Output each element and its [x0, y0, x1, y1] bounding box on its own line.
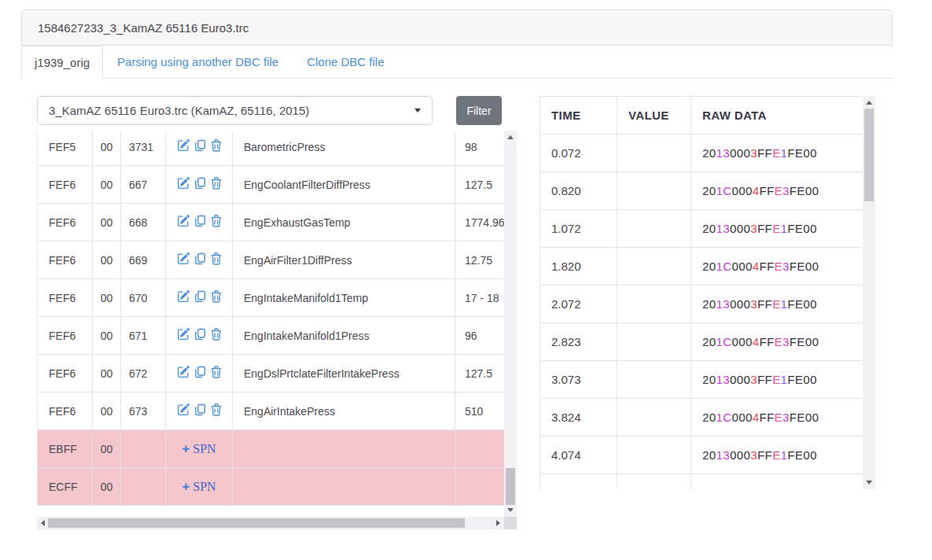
cell-pgn: FEF6	[38, 166, 93, 204]
table-row[interactable]: EBFF00+SPN	[38, 430, 505, 468]
add-spn-link[interactable]: +SPN	[182, 443, 216, 455]
filter-button[interactable]: Filter	[456, 96, 502, 125]
delete-button[interactable]	[211, 252, 222, 265]
copy-icon	[194, 215, 206, 227]
cell-source-address: 00	[93, 131, 121, 166]
hex-segment: 000	[731, 260, 752, 273]
cell-signal-name: EngAirIntakePress	[233, 392, 455, 430]
row-action-icons	[177, 290, 222, 303]
cell-signal-name: EngCoolantFilterDiffPress	[233, 166, 455, 204]
cell-value	[617, 210, 691, 248]
table-row[interactable]: FEF600673EngAirIntakePress510	[38, 392, 505, 430]
delete-button[interactable]	[211, 215, 222, 227]
cell-source-address: 00	[93, 430, 121, 468]
delete-icon	[211, 252, 222, 265]
signals-vscroll-thumb[interactable]	[506, 468, 515, 505]
signals-hscroll-thumb[interactable]	[48, 518, 465, 528]
scroll-left-icon[interactable]	[41, 520, 45, 526]
scroll-down-icon[interactable]	[507, 508, 514, 512]
delete-icon	[211, 177, 222, 190]
data-panel: TIME VALUE RAW DATA 0.07220130003FFE1FE0…	[540, 96, 876, 489]
scroll-down-icon[interactable]	[866, 481, 872, 484]
cell-signal-name: EngAirFilter1DiffPress	[233, 241, 455, 279]
edit-icon	[177, 139, 190, 152]
cell-spn: 670	[121, 279, 166, 317]
hex-segment: 000	[730, 448, 750, 462]
edit-button[interactable]	[177, 252, 190, 265]
add-spn-link[interactable]: +SPN	[182, 481, 216, 493]
table-row[interactable]: FEF600670EngIntakeManifold1Temp17 - 18	[38, 279, 505, 317]
copy-button[interactable]	[194, 403, 206, 416]
table-row	[540, 474, 864, 490]
hex-segment: 1C	[716, 335, 732, 348]
tab-j1939-orig[interactable]: j1939_orig	[21, 46, 103, 79]
copy-button[interactable]	[194, 252, 206, 265]
copy-button[interactable]	[194, 290, 206, 303]
signals-table: FEF5003731BarometricPress98FEF600667EngC…	[37, 131, 504, 506]
copy-icon	[194, 139, 206, 152]
cell-time: 0.820	[540, 172, 617, 210]
edit-button[interactable]	[177, 139, 190, 152]
hex-segment: 13	[716, 448, 731, 462]
delete-button[interactable]	[211, 139, 222, 152]
cell-pgn: EBFF	[38, 430, 93, 468]
table-row: 3.07320130003FFE1FE00	[540, 361, 864, 399]
hex-segment: 20	[702, 184, 716, 197]
table-row[interactable]: FEF600667EngCoolantFilterDiffPress127.5	[38, 166, 505, 204]
signals-vertical-scrollbar[interactable]	[504, 131, 517, 517]
cell-value	[617, 134, 691, 172]
cell-value: 17 - 18	[455, 279, 505, 317]
hex-segment: E	[775, 260, 783, 273]
delete-button[interactable]	[211, 366, 222, 378]
hex-segment: 000	[730, 373, 750, 386]
delete-button[interactable]	[211, 403, 222, 416]
hex-segment: FF	[757, 373, 772, 386]
edit-button[interactable]	[177, 177, 190, 190]
cell-raw-data: 201C0004FFE3FE00	[691, 172, 864, 210]
tab-clone-dbc[interactable]: Clone DBC file	[293, 46, 398, 78]
tab-parsing-another-dbc[interactable]: Parsing using another DBC file	[103, 46, 293, 78]
delete-button[interactable]	[211, 290, 222, 303]
edit-button[interactable]	[177, 328, 190, 341]
table-row[interactable]: FEF600669EngAirFilter1DiffPress12.75	[38, 241, 505, 279]
data-vscroll-thumb[interactable]	[864, 109, 874, 201]
data-table-viewport: TIME VALUE RAW DATA 0.07220130003FFE1FE0…	[540, 96, 863, 489]
copy-button[interactable]	[194, 177, 206, 190]
scroll-up-icon[interactable]	[866, 101, 872, 105]
hex-segment: 3	[750, 448, 757, 462]
hex-segment: FE00	[787, 373, 816, 386]
table-row[interactable]: FEF600672EngDslPrtclateFilterIntakePress…	[38, 355, 505, 392]
hex-segment: E	[772, 222, 780, 235]
edit-button[interactable]	[177, 366, 190, 378]
signals-horizontal-scrollbar[interactable]	[37, 517, 504, 529]
table-row[interactable]: FEF600671EngIntakeManifold1Press96	[38, 317, 505, 355]
edit-button[interactable]	[177, 290, 190, 303]
edit-button[interactable]	[177, 403, 190, 416]
data-vertical-scrollbar[interactable]	[863, 96, 875, 489]
hex-segment: FE00	[790, 184, 819, 197]
cell-time: 0.072	[540, 134, 617, 172]
copy-button[interactable]	[194, 328, 206, 341]
table-row[interactable]: ECFF00+SPN	[38, 468, 505, 506]
cell-value	[455, 430, 505, 468]
table-row[interactable]: FEF600668EngExhaustGasTemp1774.96	[38, 204, 505, 241]
edit-icon	[177, 252, 190, 265]
edit-icon	[177, 177, 190, 190]
plus-icon: +	[182, 479, 190, 494]
delete-button[interactable]	[211, 328, 222, 341]
edit-button[interactable]	[177, 215, 190, 227]
cell-time: 1.072	[540, 210, 617, 248]
copy-button[interactable]	[194, 366, 206, 378]
table-row[interactable]: FEF5003731BarometricPress98	[38, 131, 505, 166]
hex-segment: 3	[783, 411, 790, 424]
cell-raw-data: 201C0004FFE3FE00	[691, 399, 864, 437]
copy-button[interactable]	[194, 215, 206, 227]
hex-segment: 3	[750, 297, 757, 311]
scroll-right-icon[interactable]	[496, 520, 500, 526]
dbc-file-select[interactable]: 3_KamAZ 65116 Euro3.trc (KamAZ, 65116, 2…	[37, 96, 433, 125]
cell-actions	[166, 355, 233, 392]
scroll-up-icon[interactable]	[507, 135, 514, 139]
table-row: 3.824201C0004FFE3FE00	[540, 399, 864, 437]
delete-button[interactable]	[211, 177, 222, 190]
copy-button[interactable]	[194, 139, 206, 152]
